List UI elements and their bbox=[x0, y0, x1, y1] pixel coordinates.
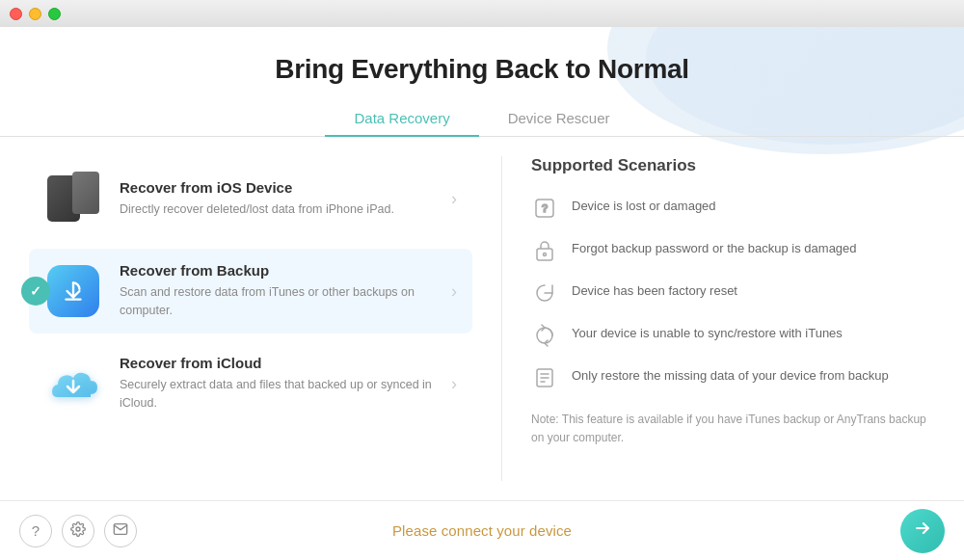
footer-buttons-left: ? bbox=[19, 515, 137, 547]
icloud-title: Recover from iCloud bbox=[120, 355, 457, 371]
backup-text: Recover from Backup Scan and restore dat… bbox=[120, 262, 457, 320]
icloud-option[interactable]: Recover from iCloud Securely extract dat… bbox=[29, 341, 472, 426]
backup-desc: Scan and restore data from iTunes or oth… bbox=[120, 283, 457, 320]
tab-device-rescuer[interactable]: Device Rescuer bbox=[479, 102, 639, 136]
lost-icon: ? bbox=[531, 195, 558, 222]
scenario-lost-damaged: ? Device is lost or damaged bbox=[531, 195, 935, 222]
footer: ? Please connect your d bbox=[0, 500, 964, 560]
status-text: Please connect your device bbox=[392, 522, 572, 539]
backup-option[interactable]: Recover from Backup Scan and restore dat… bbox=[29, 249, 472, 333]
maximize-button[interactable] bbox=[48, 8, 61, 20]
ios-device-title: Recover from iOS Device bbox=[120, 179, 394, 196]
left-panel: Recover from iOS Device Directly recover… bbox=[0, 137, 501, 500]
icloud-text: Recover from iCloud Securely extract dat… bbox=[120, 355, 457, 413]
sync-restore-text: Your device is unable to sync/restore wi… bbox=[572, 322, 843, 342]
main-content: Bring Everything Back to Normal Data Rec… bbox=[0, 27, 964, 560]
settings-button[interactable] bbox=[62, 515, 94, 547]
scenario-sync-restore: Your device is unable to sync/restore wi… bbox=[531, 322, 935, 349]
scenario-factory-reset: Device has been factory reset bbox=[531, 280, 935, 307]
svg-point-3 bbox=[544, 253, 547, 256]
close-button[interactable] bbox=[10, 8, 22, 20]
reset-icon bbox=[531, 280, 558, 307]
scenario-missing-data: Only restore the missing data of your de… bbox=[531, 364, 935, 391]
ios-device-text: Recover from iOS Device Directly recover… bbox=[120, 179, 394, 219]
selected-check-icon bbox=[21, 277, 50, 306]
forgot-password-text: Forgot backup password or the backup is … bbox=[572, 237, 857, 257]
missing-data-text: Only restore the missing data of your de… bbox=[572, 364, 889, 385]
message-button[interactable] bbox=[104, 515, 137, 547]
svg-text:?: ? bbox=[542, 202, 549, 214]
tab-data-recovery[interactable]: Data Recovery bbox=[325, 102, 478, 136]
ios-device-chevron: › bbox=[451, 189, 457, 209]
right-panel: Supported Scenarios ? Device is lost or … bbox=[502, 137, 964, 500]
icloud-desc: Securely extract data and files that bac… bbox=[120, 376, 457, 413]
lock-icon bbox=[531, 237, 558, 264]
ios-device-icon bbox=[44, 170, 102, 227]
scenario-forgot-password: Forgot backup password or the backup is … bbox=[531, 237, 935, 264]
backup-icon bbox=[44, 262, 102, 320]
backup-chevron: › bbox=[451, 281, 457, 302]
scenario-list: ? Device is lost or damaged Forgot bbox=[531, 195, 935, 391]
svg-point-9 bbox=[76, 527, 80, 531]
ios-device-option[interactable]: Recover from iOS Device Directly recover… bbox=[29, 156, 472, 241]
content-area: Recover from iOS Device Directly recover… bbox=[0, 137, 964, 500]
sync-icon bbox=[531, 322, 558, 349]
icloud-icon bbox=[44, 355, 102, 413]
factory-reset-text: Device has been factory reset bbox=[572, 280, 737, 300]
icloud-chevron: › bbox=[451, 374, 457, 394]
ios-device-desc: Directly recover deleted/lost data from … bbox=[120, 200, 394, 219]
minimize-button[interactable] bbox=[29, 8, 41, 20]
missing-data-icon bbox=[531, 364, 558, 391]
title-bar bbox=[0, 0, 964, 27]
scenarios-title: Supported Scenarios bbox=[531, 156, 935, 175]
help-button[interactable]: ? bbox=[19, 515, 52, 547]
lost-damaged-text: Device is lost or damaged bbox=[572, 195, 716, 215]
backup-title: Recover from Backup bbox=[120, 262, 457, 279]
header: Bring Everything Back to Normal Data Rec… bbox=[0, 27, 964, 137]
next-button[interactable] bbox=[900, 509, 945, 553]
note-text: Note: This feature is available if you h… bbox=[531, 411, 935, 447]
tab-bar: Data Recovery Device Rescuer bbox=[0, 102, 964, 137]
page-title: Bring Everything Back to Normal bbox=[0, 54, 964, 85]
